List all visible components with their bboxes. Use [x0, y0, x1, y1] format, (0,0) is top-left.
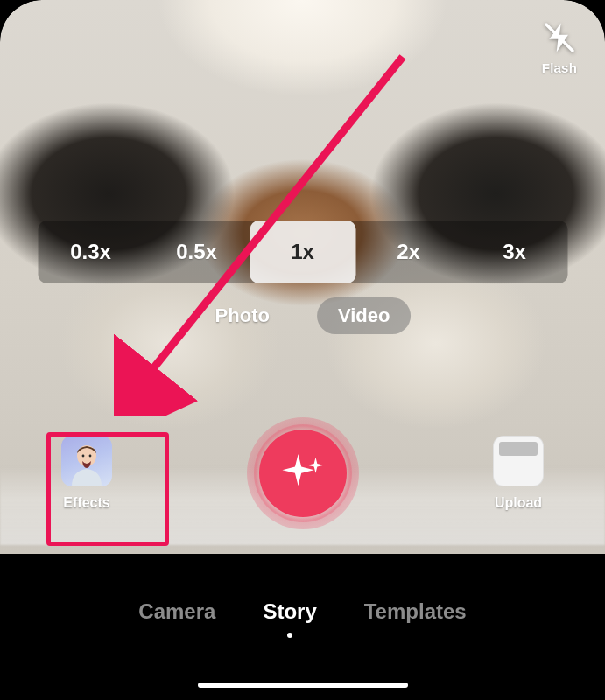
- zoom-option-0-5x[interactable]: 0.5x: [144, 220, 250, 284]
- nav-story-label: Story: [263, 599, 316, 624]
- capture-mode-toggle: Photo Video: [194, 298, 412, 334]
- nav-story[interactable]: Story: [263, 599, 316, 638]
- nav-templates-label: Templates: [364, 599, 467, 624]
- zoom-option-2x[interactable]: 2x: [355, 220, 461, 284]
- zoom-bar: 0.3x 0.5x 1x 2x 3x: [38, 220, 567, 284]
- upload-button[interactable]: Upload: [493, 436, 544, 511]
- home-indicator[interactable]: [198, 682, 408, 688]
- flash-off-icon: [542, 20, 577, 59]
- capture-mode-photo[interactable]: Photo: [194, 298, 291, 334]
- nav-camera[interactable]: Camera: [138, 599, 215, 638]
- nav-camera-label: Camera: [138, 599, 215, 624]
- zoom-option-1x[interactable]: 1x: [250, 220, 355, 284]
- flash-toggle[interactable]: Flash: [542, 20, 577, 75]
- zoom-option-3x[interactable]: 3x: [461, 220, 567, 284]
- upload-label: Upload: [495, 495, 542, 511]
- upload-thumbnail: [493, 436, 544, 486]
- shutter-glow: [247, 417, 359, 529]
- shutter-button[interactable]: [247, 417, 359, 529]
- bottom-nav: Camera Story Templates: [138, 599, 466, 638]
- flash-label: Flash: [542, 60, 577, 75]
- annotation-highlight-box: [46, 432, 169, 546]
- nav-templates[interactable]: Templates: [364, 599, 467, 638]
- bottom-bar: Camera Story Templates: [0, 554, 605, 700]
- capture-mode-video[interactable]: Video: [317, 298, 412, 334]
- zoom-option-0-3x[interactable]: 0.3x: [38, 220, 144, 284]
- nav-selected-dot-icon: [287, 633, 292, 638]
- camera-screen: Flash 0.3x 0.5x 1x 2x 3x Photo Video Eff…: [0, 0, 605, 700]
